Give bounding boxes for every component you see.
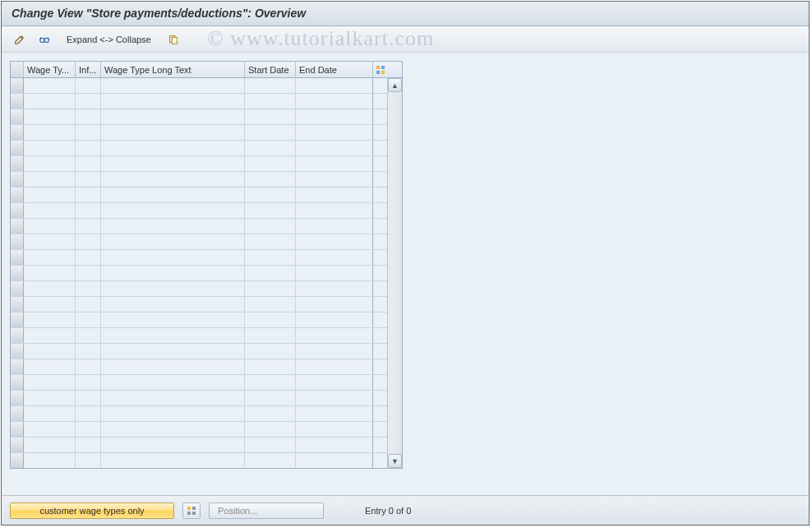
cell-wage-type-long-text[interactable] (101, 188, 245, 202)
table-row[interactable] (11, 78, 387, 94)
row-selector[interactable] (11, 203, 24, 218)
cell-wage-type-long-text[interactable] (101, 438, 245, 452)
cell-infotype[interactable] (76, 453, 101, 468)
cell-wage-type[interactable] (24, 344, 76, 359)
cell-start-date[interactable] (245, 188, 296, 202)
table-row[interactable] (11, 125, 387, 141)
cell-end-date[interactable] (296, 406, 373, 421)
table-row[interactable] (11, 313, 387, 328)
table-row[interactable] (11, 297, 387, 313)
cell-end-date[interactable] (296, 250, 373, 265)
cell-start-date[interactable] (245, 172, 296, 187)
col-header-infotype[interactable]: Inf... (76, 62, 101, 77)
cell-wage-type[interactable] (24, 172, 76, 187)
cell-wage-type[interactable] (24, 406, 76, 421)
copy-button[interactable] (164, 31, 183, 48)
cell-wage-type[interactable] (24, 391, 76, 405)
expand-collapse-button[interactable]: Expand <-> Collapse (59, 31, 159, 48)
cell-infotype[interactable] (76, 375, 101, 390)
cell-end-date[interactable] (296, 172, 373, 187)
select-button[interactable] (182, 503, 201, 519)
cell-end-date[interactable] (296, 94, 373, 109)
row-selector[interactable] (11, 172, 24, 187)
cell-infotype[interactable] (76, 156, 101, 171)
vertical-scrollbar[interactable]: ▲ ▼ (387, 78, 402, 468)
cell-wage-type-long-text[interactable] (101, 250, 245, 265)
row-selector[interactable] (11, 422, 24, 437)
cell-start-date[interactable] (245, 406, 296, 421)
cell-wage-type[interactable] (24, 219, 76, 234)
table-row[interactable] (11, 375, 387, 391)
cell-end-date[interactable] (296, 141, 373, 155)
col-header-wage-type[interactable]: Wage Ty... (24, 62, 76, 77)
cell-infotype[interactable] (76, 313, 101, 327)
table-row[interactable] (11, 266, 387, 281)
cell-wage-type-long-text[interactable] (101, 328, 245, 343)
table-row[interactable] (11, 438, 387, 453)
cell-start-date[interactable] (245, 250, 296, 265)
cell-wage-type-long-text[interactable] (101, 219, 245, 234)
table-row[interactable] (11, 203, 387, 219)
cell-start-date[interactable] (245, 375, 296, 390)
row-selector[interactable] (11, 250, 24, 265)
cell-start-date[interactable] (245, 141, 296, 155)
cell-end-date[interactable] (296, 219, 373, 234)
cell-wage-type[interactable] (24, 281, 76, 296)
cell-infotype[interactable] (76, 406, 101, 421)
cell-end-date[interactable] (296, 109, 373, 124)
row-selector[interactable] (11, 359, 24, 374)
cell-start-date[interactable] (245, 219, 296, 234)
col-header-end-date[interactable]: End Date (296, 62, 373, 77)
cell-wage-type[interactable] (24, 109, 76, 124)
cell-start-date[interactable] (245, 234, 296, 249)
cell-end-date[interactable] (296, 375, 373, 390)
row-selector[interactable] (11, 328, 24, 343)
cell-wage-type-long-text[interactable] (101, 375, 245, 390)
table-row[interactable] (11, 406, 387, 422)
table-row[interactable] (11, 141, 387, 156)
cell-start-date[interactable] (245, 78, 296, 93)
cell-end-date[interactable] (296, 266, 373, 280)
table-row[interactable] (11, 391, 387, 406)
scroll-track[interactable] (388, 92, 402, 454)
cell-wage-type[interactable] (24, 78, 76, 93)
cell-wage-type-long-text[interactable] (101, 141, 245, 155)
row-selector[interactable] (11, 266, 24, 280)
cell-wage-type[interactable] (24, 453, 76, 468)
row-selector[interactable] (11, 406, 24, 421)
row-selector[interactable] (11, 188, 24, 202)
cell-wage-type[interactable] (24, 125, 76, 140)
cell-infotype[interactable] (76, 359, 101, 374)
cell-infotype[interactable] (76, 438, 101, 452)
table-row[interactable] (11, 156, 387, 172)
cell-wage-type-long-text[interactable] (101, 391, 245, 405)
row-selector[interactable] (11, 125, 24, 140)
row-selector[interactable] (11, 78, 24, 93)
cell-wage-type[interactable] (24, 297, 76, 312)
cell-end-date[interactable] (296, 188, 373, 202)
cell-wage-type-long-text[interactable] (101, 203, 245, 218)
row-selector[interactable] (11, 94, 24, 109)
row-selector[interactable] (11, 219, 24, 234)
cell-end-date[interactable] (296, 156, 373, 171)
row-selector[interactable] (11, 281, 24, 296)
table-row[interactable] (11, 281, 387, 297)
cell-end-date[interactable] (296, 453, 373, 468)
cell-wage-type[interactable] (24, 94, 76, 109)
row-selector[interactable] (11, 109, 24, 124)
table-row[interactable] (11, 422, 387, 438)
cell-wage-type-long-text[interactable] (101, 125, 245, 140)
cell-infotype[interactable] (76, 328, 101, 343)
table-row[interactable] (11, 328, 387, 344)
cell-start-date[interactable] (245, 391, 296, 405)
cell-wage-type-long-text[interactable] (101, 359, 245, 374)
display-change-button[interactable] (10, 31, 30, 48)
cell-start-date[interactable] (245, 328, 296, 343)
cell-end-date[interactable] (296, 344, 373, 359)
position-button[interactable]: Position... (209, 503, 324, 519)
cell-wage-type[interactable] (24, 328, 76, 343)
other-view-button[interactable] (35, 31, 54, 48)
table-row[interactable] (11, 234, 387, 250)
cell-start-date[interactable] (245, 453, 296, 468)
cell-end-date[interactable] (296, 78, 373, 93)
